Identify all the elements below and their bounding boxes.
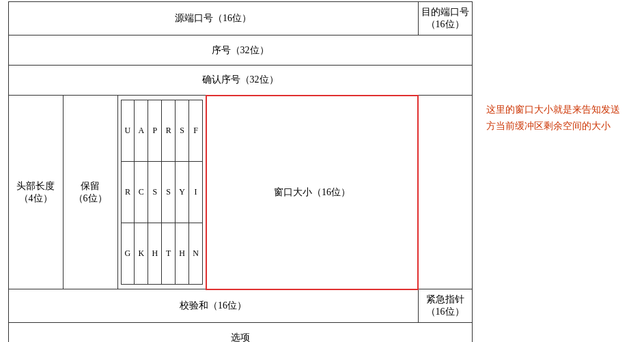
flag-N: N [189, 223, 203, 285]
flag-R: R [162, 100, 176, 162]
annotation-text: 这里的窗口大小就是来告知发送方当前缓冲区剩余空间的大小 [486, 0, 623, 134]
tcp-diagram: 0 1516 31 源端口号（16位） 目的端口号（16位） 序号（32位） 确… [8, 0, 473, 342]
table-row-options: 选项 [8, 323, 472, 343]
ack-cell: 确认序号（32位） [8, 66, 472, 96]
tcp-header-table: 源端口号（16位） 目的端口号（16位） 序号（32位） 确认序号（32位） 头… [8, 1, 473, 342]
urgent-cell: 紧急指针（16位） [418, 289, 472, 323]
dest-port-cell: 目的端口号（16位） [418, 2, 472, 35]
flag-P: P [148, 100, 162, 162]
flag-G: G [121, 223, 135, 285]
flag-S2: S [148, 162, 162, 223]
table-row-checksum: 校验和（16位） 紧急指针（16位） [8, 289, 472, 323]
header-len-cell: 头部长度 （4位） [8, 96, 63, 289]
table-row-flags: 头部长度 （4位） 保留 （6位） U A P R S [8, 96, 472, 289]
seq-cell: 序号（32位） [8, 35, 472, 66]
flag-T: T [162, 223, 176, 285]
flag-F: F [189, 100, 203, 162]
flag-S3: S [162, 162, 176, 223]
flag-row-2: R C S S Y I [121, 162, 203, 223]
flag-U: U [121, 100, 135, 162]
flag-A: A [135, 100, 148, 162]
reserved-bits: （6位） [66, 193, 115, 205]
flag-R2: R [121, 162, 135, 223]
main-container: 0 1516 31 源端口号（16位） 目的端口号（16位） 序号（32位） 确… [5, 0, 640, 342]
options-cell: 选项 [8, 323, 472, 343]
table-row-seq: 序号（32位） [8, 35, 472, 66]
flag-C: C [135, 162, 148, 223]
annotation-content: 这里的窗口大小就是来告知发送方当前缓冲区剩余空间的大小 [486, 104, 620, 131]
flag-H: H [148, 223, 162, 285]
reserved-cell: 保留 （6位） [63, 96, 117, 289]
flag-K: K [135, 223, 148, 285]
flags-cell: U A P R S F R C S S Y [117, 96, 206, 289]
header-len-bits: （4位） [12, 193, 60, 205]
window-cell: 窗口大小（16位） [206, 96, 418, 289]
flag-row-3: G K H T H N [121, 223, 203, 285]
table-row-ports: 源端口号（16位） 目的端口号（16位） [8, 2, 472, 35]
flag-S: S [176, 100, 189, 162]
header-len-label: 头部长度 [12, 180, 60, 193]
flag-Y: Y [176, 162, 189, 223]
flags-table: U A P R S F R C S S Y [121, 100, 204, 285]
reserved-label: 保留 [66, 180, 115, 193]
checksum-cell: 校验和（16位） [8, 289, 418, 323]
table-row-ack: 确认序号（32位） [8, 66, 472, 96]
flag-H2: H [176, 223, 189, 285]
source-port-cell: 源端口号（16位） [8, 2, 418, 35]
flag-row-1: U A P R S F [121, 100, 203, 162]
flag-I: I [189, 162, 203, 223]
